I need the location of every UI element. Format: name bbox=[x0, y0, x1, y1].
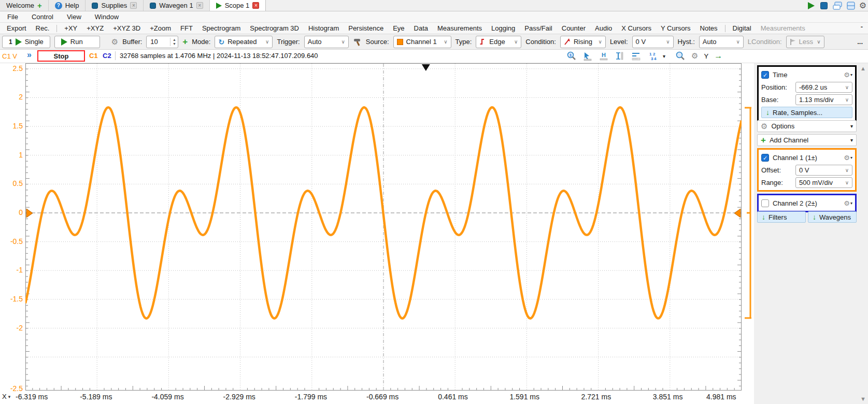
lcondition-dropdown[interactable]: Less ∨ bbox=[786, 36, 824, 48]
buffer-gear-icon[interactable]: ⚙ bbox=[111, 37, 118, 47]
wavegens-button[interactable]: ↓ Wavegens bbox=[808, 211, 857, 223]
view-item-fft[interactable]: FFT bbox=[176, 24, 197, 32]
tab-supplies[interactable]: Supplies× bbox=[86, 0, 144, 11]
options-button[interactable]: ⚙ Options ▾ bbox=[757, 120, 857, 132]
y-axis-source-label[interactable]: C1 V bbox=[2, 52, 17, 60]
close-tab-icon[interactable]: × bbox=[196, 2, 203, 9]
view-item-notes[interactable]: Notes bbox=[695, 24, 722, 32]
offset-dropdown[interactable]: 0 V ∨ bbox=[795, 165, 852, 176]
view-item-y-cursors[interactable]: Y Cursors bbox=[656, 24, 695, 32]
run-all-icon[interactable] bbox=[806, 1, 816, 10]
position-dropdown[interactable]: -669.2 us ∨ bbox=[795, 82, 852, 93]
view-item--xyz-3d[interactable]: +XYZ 3D bbox=[108, 24, 145, 32]
view-item-spectrogram[interactable]: Spectrogram bbox=[197, 24, 245, 32]
expand-chevrons-icon[interactable]: » bbox=[27, 50, 32, 60]
buffer-spinbox[interactable]: 10 ▲ ▼ bbox=[146, 36, 178, 48]
scroll-up-icon[interactable]: ▲ bbox=[860, 65, 866, 71]
range-dropdown[interactable]: 500 mV/div ∨ bbox=[795, 177, 852, 188]
time-section[interactable]: ✓ Time ⚙ ▾ Position: -669.2 us ∨ Base: 1… bbox=[757, 65, 857, 122]
single-button[interactable]: 1 Single bbox=[2, 36, 50, 48]
channel-order-icon[interactable]: 1 2 3 4 bbox=[647, 51, 657, 61]
view-item-histogram[interactable]: Histogram bbox=[304, 24, 344, 32]
add-buffer-icon[interactable]: + bbox=[182, 37, 188, 47]
rate-samples-button[interactable]: ↓ Rate, Samples... bbox=[761, 107, 852, 118]
trigger-probe-icon[interactable] bbox=[353, 37, 362, 47]
view-item-rec-[interactable]: Rec. bbox=[31, 24, 54, 32]
level-dropdown[interactable]: 0 V ∨ bbox=[632, 36, 674, 48]
waveform-canvas[interactable] bbox=[25, 63, 754, 404]
hysteresis-dropdown[interactable]: Auto ∨ bbox=[699, 36, 744, 48]
base-dropdown[interactable]: 1.13 ms/div ∨ bbox=[795, 94, 852, 105]
tab-welcome[interactable]: Welcome+ bbox=[0, 0, 49, 11]
measure-icon[interactable] bbox=[631, 51, 641, 61]
view-item-x-cursors[interactable]: X Cursors bbox=[617, 24, 656, 32]
single-play-icon bbox=[16, 38, 22, 46]
view-item--xyz[interactable]: +XYZ bbox=[82, 24, 108, 32]
close-tab-icon[interactable]: × bbox=[130, 2, 137, 9]
channel2-gear-icon[interactable]: ⚙ ▾ bbox=[844, 199, 852, 207]
type-dropdown[interactable]: Edge ∨ bbox=[476, 36, 521, 48]
menu-control[interactable]: Control bbox=[32, 13, 53, 21]
view-item--xy[interactable]: +XY bbox=[60, 24, 82, 32]
channel1-checkbox[interactable]: ✓ bbox=[761, 154, 769, 162]
zoom-icon[interactable] bbox=[675, 51, 686, 61]
cascade-windows-icon[interactable] bbox=[832, 1, 843, 10]
zoom-buffer-icon[interactable]: 1 bbox=[566, 51, 577, 61]
svg-text:3: 3 bbox=[651, 56, 653, 61]
view-item-export[interactable]: Export bbox=[2, 24, 31, 32]
y-axis-button[interactable]: Y bbox=[704, 52, 708, 60]
mode-dropdown[interactable]: ↻ Repeated ∨ bbox=[215, 36, 273, 48]
spin-up-icon[interactable]: ▲ bbox=[173, 38, 176, 42]
view-item-audio[interactable]: Audio bbox=[590, 24, 617, 32]
channel2-tab[interactable]: C2 bbox=[103, 52, 111, 60]
tab-scope-1[interactable]: Scope 1× bbox=[210, 0, 266, 11]
channel2-checkbox[interactable] bbox=[761, 199, 769, 207]
spin-down-icon[interactable]: ▼ bbox=[173, 42, 176, 46]
menu-window[interactable]: Window bbox=[95, 13, 119, 21]
close-tab-icon[interactable]: × bbox=[252, 2, 259, 9]
channel1-section[interactable]: ✓ Channel 1 (1±) ⚙ ▾ Offset: 0 V ∨ Range… bbox=[757, 148, 857, 192]
view-item-persistence[interactable]: Persistence bbox=[344, 24, 388, 32]
menu-view[interactable]: View bbox=[67, 13, 81, 21]
time-options-gear-icon[interactable]: ⚙ ▾ bbox=[844, 71, 852, 79]
view-item-spectrogram-3d[interactable]: Spectrogram 3D bbox=[245, 24, 304, 32]
view-item-logging[interactable]: Logging bbox=[487, 24, 520, 32]
channel2-section[interactable]: Channel 2 (2±) ⚙ ▾ bbox=[757, 194, 857, 212]
view-item-eye[interactable]: Eye bbox=[388, 24, 409, 32]
tile-windows-icon[interactable] bbox=[846, 1, 856, 10]
scope-plot-area[interactable]: 2.521.510.50-0.5-1-1.5-2-2.5 -6.319 ms-5… bbox=[0, 63, 754, 404]
source-dropdown[interactable]: Channel 1 ∨ bbox=[393, 36, 451, 48]
view-item-pass-fail[interactable]: Pass/Fail bbox=[520, 24, 557, 32]
view-item-counter[interactable]: Counter bbox=[557, 24, 590, 32]
tab-help[interactable]: ?Help bbox=[49, 0, 86, 11]
horizontal-cursor-icon[interactable]: H bbox=[599, 51, 609, 61]
tab-wavegen-1[interactable]: Wavegen 1× bbox=[144, 0, 209, 11]
vertical-cursor-icon[interactable] bbox=[615, 51, 625, 61]
view-item-digital[interactable]: Digital bbox=[728, 24, 756, 32]
condition-dropdown[interactable]: Rising ∨ bbox=[560, 36, 606, 48]
time-checkbox[interactable]: ✓ bbox=[761, 71, 769, 79]
channel1-gear-icon[interactable]: ⚙ ▾ bbox=[844, 154, 852, 162]
view-item-measurements[interactable]: Measurements bbox=[433, 24, 487, 32]
scroll-down-icon[interactable]: ▼ bbox=[860, 396, 866, 402]
channel1-tab[interactable]: C1 bbox=[89, 52, 98, 60]
filters-button[interactable]: ↓ Filters bbox=[757, 211, 806, 223]
tools-dropdown-caret[interactable]: ▾ bbox=[663, 53, 665, 59]
time-gear-icon[interactable]: ⚙ bbox=[691, 51, 698, 61]
menu-file[interactable]: File bbox=[7, 13, 18, 21]
next-arrow-icon[interactable]: → bbox=[714, 51, 722, 61]
trigger-mode-dropdown[interactable]: Auto ∨ bbox=[304, 36, 349, 48]
view-item-data[interactable]: Data bbox=[409, 24, 433, 32]
stop-all-icon[interactable] bbox=[819, 1, 829, 10]
add-channel-button[interactable]: + Add Channel ▾ bbox=[757, 134, 857, 146]
caret-down-icon: ▾ bbox=[850, 201, 852, 206]
x-axis-selector[interactable]: X ▾ bbox=[2, 393, 10, 400]
pointer-cursor-icon[interactable] bbox=[582, 51, 593, 61]
settings-gear-icon[interactable]: ⚙ bbox=[859, 1, 866, 10]
stop-button[interactable]: Stop bbox=[37, 50, 85, 62]
buffer-spinner[interactable]: ▲ ▼ bbox=[170, 38, 178, 46]
collapse-toolbar-button[interactable]: - bbox=[861, 23, 863, 31]
view-item--zoom[interactable]: +Zoom bbox=[145, 24, 176, 32]
toolbar-overflow-button[interactable]: ... bbox=[857, 38, 866, 46]
run-button[interactable]: Run bbox=[54, 36, 100, 48]
